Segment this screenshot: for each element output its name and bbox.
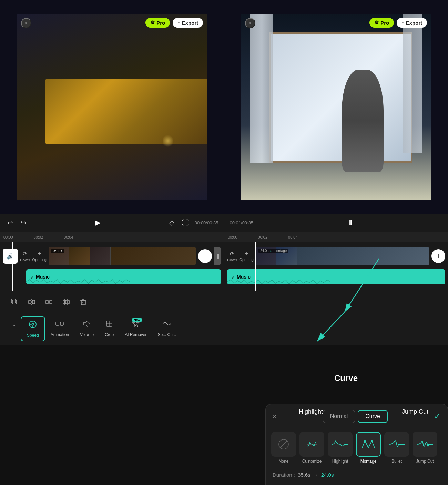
left-timeline: 00:00 00:02 00:04 🔊 ⟳ Cover <box>0 232 224 291</box>
copy-action-button[interactable] <box>7 294 22 310</box>
dual-timelines: 00:00 00:02 00:04 🔊 ⟳ Cover <box>0 232 448 291</box>
animation-icon <box>55 319 64 330</box>
svg-rect-12 <box>68 300 69 304</box>
right-export-button[interactable]: ↑ Export <box>397 18 427 28</box>
copy-icon <box>11 298 18 306</box>
left-add-clip-button[interactable]: + <box>198 249 212 263</box>
speed-panel-close-button[interactable]: × <box>273 413 277 421</box>
window-frame <box>269 32 412 163</box>
left-waveform <box>26 279 130 284</box>
left-video-preview <box>17 14 207 200</box>
left-timeline-tracks: 🔊 ⟳ Cover + Opening 35.6s <box>0 242 224 291</box>
curve-bullet-icon <box>384 432 409 457</box>
left-main-track-row: 🔊 ⟳ Cover + Opening 35.6s <box>0 246 224 266</box>
right-controls: 00:01/00:35 ⏸ <box>224 214 448 232</box>
left-time-display: 00:00/00:35 <box>195 220 218 225</box>
left-volume-track-icon[interactable]: 🔊 <box>3 249 18 264</box>
nav-tool-speed-curve[interactable]: Sp... Cu... <box>152 316 181 341</box>
left-video-track[interactable]: 35.6s <box>49 247 196 265</box>
curve-montage-icon <box>356 432 381 457</box>
curve-montage-label: Montage <box>360 459 377 464</box>
new-badge: New <box>132 318 142 322</box>
duration-arrow: → <box>313 472 318 478</box>
right-music-track[interactable]: ♪ Music <box>227 269 445 284</box>
speed-icon <box>28 320 37 331</box>
curve-customize-icon <box>299 432 324 457</box>
svg-rect-0 <box>12 300 17 304</box>
svg-point-38 <box>364 440 366 442</box>
nav-tool-speed[interactable]: Speed <box>21 316 45 341</box>
fullscreen-button[interactable]: ⛶ <box>180 217 191 229</box>
right-close-button[interactable]: × <box>245 18 255 28</box>
keyframe-button[interactable]: ◇ <box>167 217 176 229</box>
ai-remover-icon: New <box>131 319 140 330</box>
delete-icon <box>80 298 87 306</box>
nav-tool-volume[interactable]: Volume <box>74 316 99 341</box>
curve-type-highlight[interactable]: Highlight <box>328 432 353 464</box>
right-video-track[interactable]: 24.0s ⊙ montage <box>256 247 429 265</box>
left-music-track[interactable]: ♪ Music <box>26 269 221 284</box>
curve-type-none[interactable]: None <box>271 432 296 464</box>
lamp-glow <box>163 134 173 148</box>
left-opening-btn[interactable]: + Opening <box>32 251 47 262</box>
duration-to: 24.0s <box>321 472 334 478</box>
svg-line-37 <box>314 442 316 446</box>
svg-marker-25 <box>84 321 88 327</box>
speed-panel-confirm-button[interactable]: ✓ <box>434 412 441 421</box>
nav-tool-speed-label: Speed <box>27 333 39 338</box>
redo-button[interactable]: ↪ <box>19 217 28 229</box>
left-cover-btn[interactable]: ⟳ Cover <box>20 251 30 262</box>
speed-mode-tabs: Normal Curve <box>323 410 388 423</box>
controls-bar: ↩ ↪ ▶ ◇ ⛶ 00:00/00:35 00:01/00:35 ⏸ <box>0 214 448 232</box>
svg-line-30 <box>280 441 287 448</box>
bottom-nav: ⌄ Speed <box>0 313 448 345</box>
bottom-toolbar <box>0 291 448 313</box>
delete-action-button[interactable] <box>76 294 91 310</box>
curve-type-customize[interactable]: Customize <box>299 432 324 464</box>
curve-type-jump-cut[interactable]: Jump Cut <box>413 432 437 464</box>
speed-mode-normal-tab[interactable]: Normal <box>323 410 355 423</box>
right-video-panel: × ♛ Pro ↑ Export <box>224 0 448 214</box>
left-close-button[interactable]: × <box>21 18 31 28</box>
nav-tool-crop-label: Crop <box>105 332 114 337</box>
nav-tool-ai-remover[interactable]: New AI Remover <box>119 316 152 341</box>
curtain-right <box>403 14 421 153</box>
svg-rect-24 <box>60 322 63 325</box>
right-music-track-row: ♪ Music <box>224 267 448 286</box>
left-controls: ↩ ↪ ▶ ◇ ⛶ 00:00/00:35 <box>0 214 224 232</box>
undo-button[interactable]: ↩ <box>6 217 15 229</box>
svg-rect-6 <box>46 300 48 304</box>
left-video-panel: × ♛ Pro ↑ Export <box>0 0 224 214</box>
left-playhead <box>12 242 13 291</box>
right-add-clip-button[interactable]: + <box>431 249 445 263</box>
split1-action-button[interactable] <box>24 294 39 310</box>
nav-collapse-button[interactable]: ⌄ <box>7 316 21 328</box>
right-cover-btn[interactable]: ⟳ Cover <box>227 251 237 262</box>
nav-tool-animation[interactable]: Animation <box>45 316 74 341</box>
svg-rect-13 <box>81 300 85 305</box>
pause-button[interactable]: ⏸ <box>346 218 354 227</box>
speed-curve-icon <box>162 319 171 330</box>
curve-type-montage[interactable]: Montage <box>356 432 381 464</box>
left-thumb-3 <box>90 247 111 265</box>
curve-none-icon <box>271 432 296 457</box>
nav-tool-crop[interactable]: Crop <box>99 316 119 341</box>
curve-jump-cut-label: Jump Cut <box>416 459 434 464</box>
speed-mode-curve-tab[interactable]: Curve <box>358 410 388 423</box>
left-track-end-handle[interactable]: ▐ <box>214 247 221 265</box>
split3-icon <box>62 298 70 306</box>
curve-type-bullet[interactable]: Bullet <box>384 432 409 464</box>
svg-rect-4 <box>32 300 35 304</box>
right-pro-badge[interactable]: ♛ Pro <box>369 18 394 28</box>
right-opening-btn[interactable]: + Opening <box>239 251 254 262</box>
right-thumb-3 <box>297 247 429 265</box>
split3-action-button[interactable] <box>59 294 74 310</box>
left-thumb-4 <box>111 247 196 265</box>
right-time-display: 00:01/00:35 <box>230 220 254 225</box>
play-button[interactable]: ▶ <box>93 216 102 229</box>
split2-action-button[interactable] <box>41 294 57 310</box>
nav-tool-volume-label: Volume <box>80 332 94 337</box>
left-pro-badge[interactable]: ♛ Pro <box>145 18 170 28</box>
left-export-button[interactable]: ↑ Export <box>173 18 203 28</box>
right-duration-badge: 24.0s ⊙ montage <box>258 249 288 253</box>
